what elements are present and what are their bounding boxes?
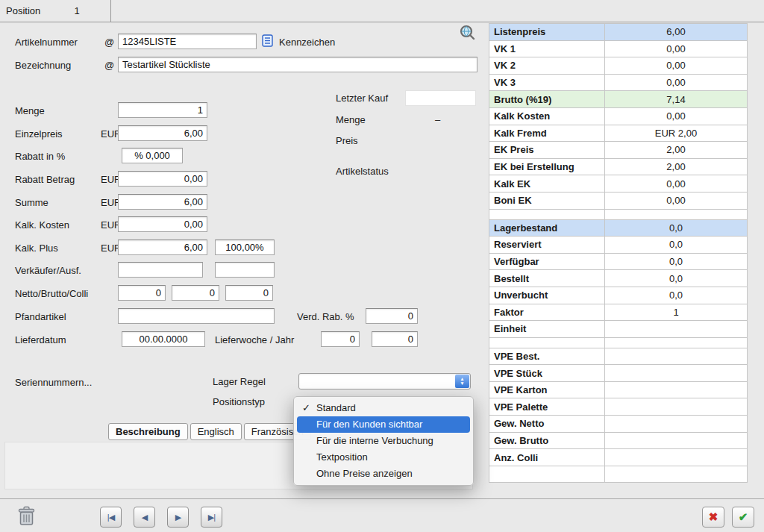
menu-item[interactable]: Für die interne Verbuchung — [297, 433, 470, 449]
rabatt-betrag-input[interactable] — [118, 171, 207, 187]
artikelnummer-input[interactable] — [118, 34, 257, 49]
verkaeufer-input[interactable] — [118, 262, 203, 278]
last-arrow-icon: ▶| — [208, 513, 215, 522]
letzter-kauf-menge-value: – — [435, 114, 440, 125]
table-row-value: EUR 2,00 — [605, 125, 747, 142]
tab-position-label: Position — [6, 5, 40, 16]
menu-item-label: Für den Kunden sichtbar — [316, 419, 422, 430]
lieferwoche-jahr-label: Lieferwoche / Jahr — [215, 334, 294, 345]
tab-beschreibung[interactable]: Beschreibung — [108, 423, 188, 440]
table-row: VPE Stück — [489, 365, 747, 382]
netto-brutto-colli-label: Netto/Brutto/Colli — [15, 288, 88, 299]
table-row: Kalk FremdEUR 2,00 — [489, 125, 747, 143]
last-record-button[interactable]: ▶| — [201, 507, 222, 528]
table-row: Brutto (%19)7,14 — [489, 91, 747, 108]
table-row-label: VK 2 — [489, 57, 605, 74]
table-row-label: EK Preis — [489, 142, 605, 158]
delete-position-button[interactable] — [16, 505, 39, 528]
kalk-plus-input[interactable] — [118, 240, 207, 255]
menu-item[interactable]: Ohne Preise anzeigen — [297, 466, 470, 482]
next-record-button[interactable]: ▶ — [167, 507, 189, 528]
pfandartikel-label: Pfandartikel — [15, 311, 66, 322]
description-tabs: BeschreibungEnglischFranzösisch — [108, 423, 311, 440]
table-row-value — [605, 321, 747, 337]
table-row-value — [605, 210, 747, 219]
brutto-input[interactable] — [172, 285, 219, 301]
artikelnummer-label: Artikelnummer — [15, 37, 78, 48]
table-row-label: Gew. Brutto — [489, 433, 605, 449]
confirm-button[interactable]: ✔ — [732, 507, 754, 528]
table-row-label: Reserviert — [489, 237, 605, 253]
table-row: Boni EK0,00 — [489, 193, 747, 210]
lager-regel-select[interactable]: ▲▼ — [298, 373, 471, 389]
menu-item[interactable]: Für den Kunden sichtbar — [297, 416, 470, 433]
next-arrow-icon: ▶ — [175, 513, 181, 522]
table-row — [489, 466, 747, 484]
top-tab-bar: Position 1 — [0, 0, 764, 22]
cancel-button[interactable]: ✖ — [702, 507, 724, 528]
bezeichnung-input[interactable] — [118, 57, 478, 72]
menu-item[interactable]: Textposition — [297, 449, 470, 466]
menu-item-label: Textposition — [316, 451, 368, 463]
menu-item[interactable]: ✓Standard — [297, 400, 470, 416]
table-row: VPE Best. — [489, 348, 747, 366]
kalk-plus-percent-input[interactable] — [215, 240, 275, 255]
menge-input[interactable] — [118, 102, 207, 118]
table-row: Anz. Colli — [489, 449, 747, 466]
stueckliste-list-icon[interactable] — [262, 34, 274, 49]
table-row-value: 0,0 — [605, 270, 747, 287]
table-row-label: Kalk EK — [489, 175, 605, 192]
lieferwoche-input[interactable] — [321, 331, 360, 347]
einzelpreis-input[interactable] — [118, 125, 207, 141]
kalk-kosten-input[interactable] — [118, 216, 207, 232]
pfandartikel-input[interactable] — [118, 308, 275, 324]
table-row-value — [605, 348, 747, 365]
table-row: Kalk EK0,00 — [489, 175, 747, 193]
table-row: Kalk Kosten0,00 — [489, 108, 747, 125]
table-row-value: 2,00 — [605, 142, 747, 158]
table-row-value: 0,0 — [605, 237, 747, 253]
table-row-label: VK 1 — [489, 41, 605, 57]
positionstyp-label: Positionstyp — [213, 396, 265, 407]
colli-input[interactable] — [225, 285, 273, 301]
table-row-label: Kalk Fremd — [489, 125, 605, 142]
letzter-kauf-field[interactable] — [405, 90, 476, 106]
lieferjahr-input[interactable] — [372, 331, 418, 347]
table-row: Verfügbar0,0 — [489, 254, 747, 271]
tab-englisch[interactable]: Englisch — [190, 423, 242, 440]
netto-input[interactable] — [118, 285, 166, 301]
confirm-check-icon: ✔ — [739, 510, 748, 524]
cancel-x-icon: ✖ — [709, 510, 718, 524]
seriennummern-button[interactable]: Seriennummern... — [15, 377, 92, 388]
table-row-value: 6,00 — [605, 24, 747, 40]
menge-label: Menge — [15, 105, 45, 116]
rabatt-prozent-input[interactable] — [122, 148, 183, 163]
table-row: EK Preis2,00 — [489, 142, 747, 159]
lieferdatum-input[interactable] — [122, 331, 205, 347]
table-row-label: VPE Karton — [489, 382, 605, 398]
table-row-label — [489, 210, 605, 219]
table-row: VPE Palette — [489, 398, 747, 416]
table-row-value — [605, 365, 747, 381]
table-row-value — [605, 466, 747, 483]
first-record-button[interactable]: |◀ — [100, 507, 122, 528]
article-search-icon[interactable] — [460, 25, 475, 43]
table-row-label: Listenpreis — [489, 24, 605, 40]
table-row-label — [489, 466, 605, 483]
ausfuehrung-input[interactable] — [215, 262, 275, 278]
kalk-plus-label: Kalk. Plus — [15, 242, 58, 254]
table-row-value — [605, 433, 747, 449]
verd-rab-input[interactable] — [366, 308, 418, 324]
table-row-value — [605, 382, 747, 398]
summe-input[interactable] — [118, 194, 207, 210]
table-row-value — [605, 338, 747, 348]
positionstyp-menu: ✓StandardFür den Kunden sichtbarFür die … — [293, 396, 474, 486]
previous-record-button[interactable]: ◀ — [134, 507, 155, 528]
tab-position[interactable]: Position 1 — [0, 0, 111, 22]
table-row-label: Faktor — [489, 304, 605, 321]
record-nav: |◀◀▶▶| — [100, 507, 222, 528]
lager-regel-label: Lager Regel — [213, 376, 266, 387]
first-arrow-icon: |◀ — [107, 513, 114, 522]
table-row: VK 20,00 — [489, 57, 747, 75]
table-row-label: Anz. Colli — [489, 449, 605, 466]
